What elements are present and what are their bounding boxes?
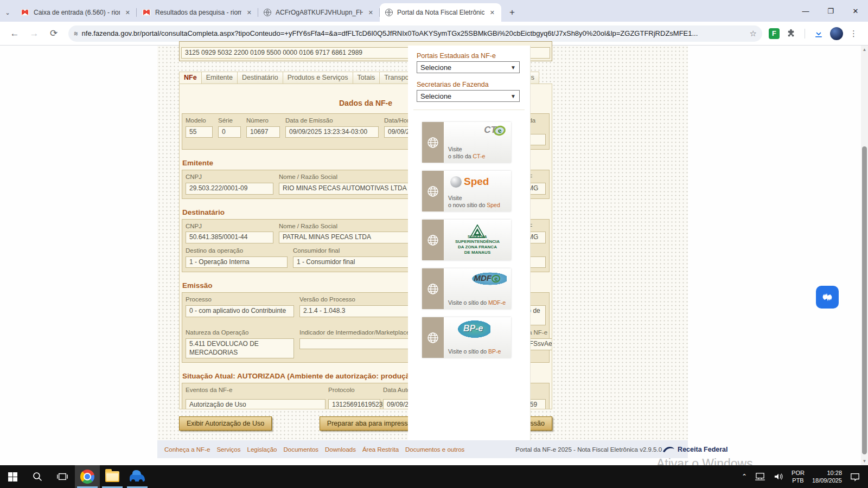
close-button[interactable]: ✕	[843, 7, 868, 15]
tray-overflow-icon[interactable]: ⌃	[742, 473, 747, 480]
field-value: 55	[186, 126, 213, 138]
browser-tab-gmail-inbox[interactable]: Caixa de entrada (6.560) - riomi ✕	[15, 3, 137, 22]
banner-sped[interactable]: Sped Visiteo novo sítio do Sped	[422, 171, 511, 211]
preparar-aba-button[interactable]: Preparar aba para impressão	[320, 416, 423, 431]
browser-tab-title: Resultados da pesquisa - riomi	[155, 9, 241, 16]
globe-icon	[422, 122, 444, 163]
taskbar-search-button[interactable]	[25, 465, 50, 488]
footer-link-servicos[interactable]: Serviços	[216, 446, 240, 453]
banner-mdfe[interactable]: MDFe Visite o sítio do MDF-e	[422, 268, 511, 309]
network-icon[interactable]	[755, 472, 765, 481]
bookmark-star-icon[interactable]: ☆	[750, 29, 757, 38]
notifications-icon[interactable]	[850, 472, 860, 481]
volume-icon[interactable]	[773, 472, 784, 481]
globe-icon	[264, 9, 271, 16]
tab-close-icon[interactable]: ✕	[489, 9, 496, 16]
profile-avatar[interactable]	[830, 27, 843, 40]
mdfe-logo: MDFe	[470, 272, 507, 286]
browser-tab-portal-nfe[interactable]: Portal da Nota Fiscal Eletrônica ✕	[380, 3, 501, 22]
footer-link-documentos-outros[interactable]: Documentos e outros	[405, 446, 464, 453]
reload-button[interactable]: ⟳	[46, 25, 62, 42]
maximize-button[interactable]: ❐	[818, 7, 843, 15]
downloads-icon[interactable]	[810, 25, 827, 42]
column-header: Protocolo	[328, 386, 380, 396]
browser-tab-search-results[interactable]: Resultados da pesquisa - riomi ✕	[137, 3, 258, 22]
start-button[interactable]	[0, 465, 25, 488]
banner-suframa[interactable]: SUFRAMA SUPERINTENDÊNCIA DA ZONA FRANCA …	[422, 220, 511, 260]
field-value	[299, 338, 425, 349]
banner-caption: Visiteo novo sítio do Sped	[448, 195, 510, 209]
language-indicator[interactable]: POR PTB	[792, 469, 805, 485]
tab-produtos[interactable]: Produtos e Serviços	[283, 72, 353, 84]
tab-nfe[interactable]: NFe	[179, 72, 202, 84]
page-viewport: 3125 0929 5032 2200 0109 5500 0000 0106 …	[0, 46, 868, 465]
footer-link-conheca[interactable]: Conheça a NF-e	[164, 446, 210, 453]
field-value: 29.503.222/0001-09	[186, 183, 273, 195]
browser-tab-title: ACFrOgA8TKUFJVHUupn_FHjUz	[276, 9, 363, 16]
tab-close-icon[interactable]: ✕	[124, 9, 131, 16]
tab-totais[interactable]: Totais	[353, 72, 380, 84]
field-label: CNPJ	[186, 172, 273, 183]
back-button[interactable]: ←	[7, 25, 23, 42]
chrome-menu-icon[interactable]: ⋮	[846, 29, 861, 38]
url-text[interactable]: nfe.fazenda.gov.br/portal/consultaComple…	[82, 29, 745, 37]
forward-button[interactable]: →	[26, 25, 42, 42]
extensions-puzzle-icon[interactable]	[783, 25, 799, 42]
banner-cte[interactable]: CTe Visiteo sítio da CT-e	[422, 122, 511, 163]
scrollbar-thumb[interactable]	[862, 146, 867, 454]
scroll-up-icon[interactable]: ▲	[861, 47, 868, 52]
browser-tab-title: Caixa de entrada (6.560) - riomi	[34, 9, 120, 16]
field-label: Data de Emissão	[285, 116, 379, 126]
taskbar-car-app-button[interactable]	[125, 465, 150, 488]
globe-icon	[422, 171, 444, 211]
exibir-autorizacao-button[interactable]: Exibir Autorização de Uso	[179, 416, 272, 431]
new-tab-button[interactable]: +	[505, 5, 520, 20]
clock[interactable]: 10:28 18/09/2025	[812, 469, 842, 485]
page-scrollbar[interactable]: ▲ ▼	[861, 46, 868, 465]
evento-cell: Autorização de Uso	[186, 399, 326, 409]
site-settings-icon[interactable]: ⩬	[74, 29, 78, 38]
gmail-icon	[21, 9, 29, 16]
taskbar-chrome-button[interactable]	[75, 465, 100, 488]
footer-link-documentos[interactable]: Documentos	[283, 446, 318, 453]
globe-icon	[422, 220, 444, 260]
field-value: 50.641.385/0001-44	[186, 232, 273, 243]
extension-f-icon[interactable]: F	[769, 28, 780, 39]
portais-estaduais-label: Portais Estaduais da NF-e	[417, 52, 530, 60]
portal-version-text: Portal da NF-e 2025 - Nota Fiscal Eletrô…	[515, 446, 662, 453]
field-label: Série	[218, 116, 241, 126]
field-value: 09/09/2025 13:23:34-03:00	[285, 126, 379, 138]
sped-logo: Sped	[450, 176, 489, 188]
tab-destinatario[interactable]: Destinatário	[238, 72, 283, 84]
footer-link-legislacao[interactable]: Legislação	[247, 446, 277, 453]
field-label: CNPJ	[186, 222, 273, 232]
footer-link-downloads[interactable]: Downloads	[325, 446, 356, 453]
tab-close-icon[interactable]: ✕	[367, 9, 374, 16]
receita-federal-logo: Receita Federal	[662, 445, 727, 453]
address-bar[interactable]: ⩬ nfe.fazenda.gov.br/portal/consultaComp…	[68, 25, 762, 42]
field-value: 1 - Operação Interna	[186, 256, 288, 268]
tab-emitente[interactable]: Emitente	[202, 72, 238, 84]
footer-link-area-restrita[interactable]: Área Restrita	[362, 446, 399, 453]
vlibras-accessibility-button[interactable]	[816, 286, 839, 309]
task-view-button[interactable]	[50, 465, 75, 488]
tab-close-icon[interactable]: ✕	[246, 9, 253, 16]
field-value: 5.411 DEVOLUCAO DE MERCADORIAS	[186, 338, 294, 358]
banner-bpe[interactable]: BP-e Visite o sítio do BP-e	[422, 317, 511, 358]
gmail-icon	[142, 9, 151, 16]
field-label: Natureza da Operação	[186, 328, 294, 338]
minimize-button[interactable]: —	[793, 7, 818, 15]
portal-footer: Conheça a NF-e Serviços Legislação Docum…	[157, 440, 688, 458]
tab-search-caret-icon[interactable]: ⌄	[0, 3, 15, 22]
browser-tab-document[interactable]: ACFrOgA8TKUFJVHUupn_FHjUz ✕	[258, 3, 380, 22]
right-sidebar: Portais Estaduais da NF-e Selecione▼ Sec…	[408, 46, 531, 440]
globe-icon	[422, 268, 444, 309]
windows-logo-icon	[8, 472, 17, 481]
portais-estaduais-select[interactable]: Selecione▼	[417, 61, 520, 73]
globe-icon	[385, 9, 393, 16]
secretarias-fazenda-select[interactable]: Selecione▼	[417, 90, 520, 102]
scroll-down-icon[interactable]: ▼	[861, 459, 868, 464]
chrome-icon	[80, 470, 94, 484]
taskbar-file-explorer-button[interactable]	[100, 465, 125, 488]
banner-caption: Visite o sítio do MDF-e	[448, 299, 510, 307]
